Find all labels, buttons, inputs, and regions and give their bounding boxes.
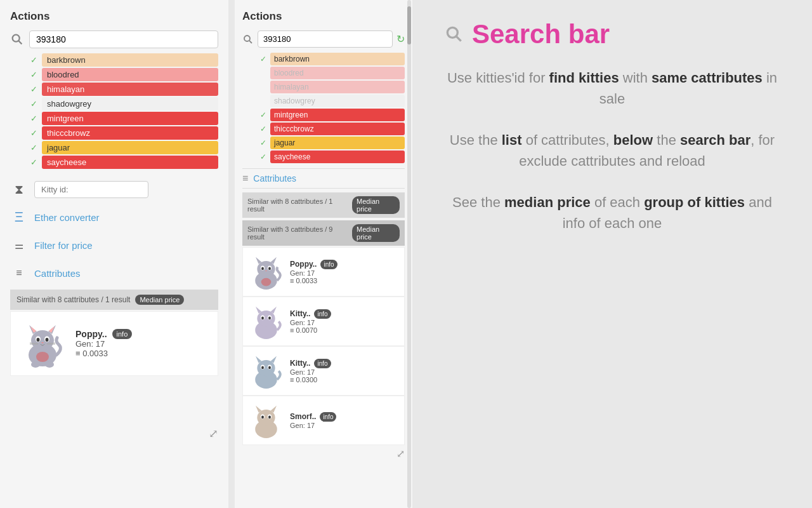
color-tag-mintgreen[interactable]: mintgreen (42, 112, 218, 125)
list-item[interactable]: ✓ jaguar (30, 141, 218, 154)
color-tag-bloodred[interactable]: bloodred (270, 67, 405, 79)
color-tag-himalayan[interactable]: himalayan (42, 83, 218, 96)
desc1-bold2: same cattributes (652, 70, 763, 86)
svg-point-46 (261, 366, 264, 370)
svg-point-49 (257, 410, 275, 425)
svg-point-17 (31, 361, 40, 368)
color-tag-saycheese[interactable]: saycheese (270, 150, 405, 163)
color-tag-barkbrown[interactable]: barkbrown (270, 53, 405, 65)
kitty-name: Poppy.. (75, 329, 107, 339)
list-item[interactable]: ✓ barkbrown (260, 53, 405, 65)
filter-price-label: Filter for price (34, 240, 93, 251)
list-item[interactable]: ✓ shadowgrey (30, 97, 218, 110)
kitty-image-mid-2 (247, 302, 285, 340)
list-item[interactable]: ✓ shadowgrey (260, 95, 405, 107)
ether-converter-row[interactable]: Ξ Ether converter (10, 203, 218, 231)
kitty-image (17, 318, 68, 369)
list-icon: ≡ (10, 264, 28, 282)
search-input[interactable] (29, 30, 218, 48)
color-tag-jaguar[interactable]: jaguar (42, 141, 218, 154)
svg-point-10 (37, 338, 40, 342)
check-icon: ✓ (30, 157, 42, 167)
desc2-mid: of cattributes, (522, 132, 613, 148)
sliders-icon: ⚌ (10, 236, 28, 254)
list-item[interactable]: ✓ thicccbrowz (260, 123, 405, 135)
color-tag-shadowgrey[interactable]: shadowgrey (270, 95, 405, 107)
cat-svg-mid-4 (249, 401, 284, 439)
search-icon-right (444, 24, 464, 44)
svg-point-28 (261, 267, 264, 271)
color-tag-mintgreen[interactable]: mintgreen (270, 109, 405, 121)
color-tag-jaguar[interactable]: jaguar (270, 137, 405, 149)
cat-svg-mid-1 (249, 253, 284, 291)
results-section-2: Similar with 3 cattributes / 9 result Me… (242, 220, 405, 445)
kitty-info-mid-4: Smorf.. info Gen: 17 (290, 412, 400, 429)
expand-icon-mid[interactable]: ⤢ (396, 448, 405, 459)
svg-point-54 (261, 416, 264, 419)
hourglass-icon: ⧗ (10, 180, 28, 198)
list-item[interactable]: ✓ himalayan (260, 81, 405, 93)
kitty-price-mid-2: ≡ 0.0070 (290, 326, 400, 334)
check-icon: ✓ (30, 143, 42, 152)
desc-block-3: See the median price of each group of ki… (444, 192, 780, 234)
cattributes-row[interactable]: ≡ Cattributes (10, 259, 218, 287)
info-badge[interactable]: info (112, 329, 133, 339)
list-item[interactable]: ✓ mintgreen (30, 112, 218, 125)
kitty-gen-mid-1: Gen: 17 (290, 269, 400, 277)
info-badge-mid-4[interactable]: info (320, 412, 336, 422)
list-item[interactable]: ✓ thicccbrowz (30, 126, 218, 140)
color-tag-shadowgrey[interactable]: shadowgrey (42, 97, 218, 110)
color-tag-thicccbrowz[interactable]: thicccbrowz (270, 123, 405, 135)
list-item[interactable]: ✓ bloodred (260, 67, 405, 79)
svg-point-11 (46, 338, 49, 342)
kitty-name-mid-1: Poppy.. (290, 260, 317, 269)
kitty-card-mid-3: Kitty.. info Gen: 17 ≡ 0.0300 (242, 346, 405, 396)
refresh-icon[interactable]: ↻ (396, 33, 405, 45)
color-tag-thicccbrowz[interactable]: thicccbrowz (42, 126, 218, 140)
info-badge-mid-1[interactable]: info (320, 260, 337, 269)
svg-point-33 (257, 311, 275, 326)
middle-color-list: ✓ barkbrown ✓ bloodred ✓ himalayan ✓ sha… (260, 53, 405, 163)
check-icon: ✓ (260, 138, 270, 147)
desc3-pre: See the (452, 194, 504, 210)
desc2-mid2: the (653, 132, 680, 148)
info-badge-mid-3[interactable]: info (314, 359, 331, 368)
expand-icon[interactable]: ⤢ (209, 427, 218, 440)
left-search-row (10, 30, 218, 48)
info-badge-mid-2[interactable]: info (314, 309, 331, 319)
svg-point-29 (268, 267, 271, 271)
middle-panel: Actions ↻ ✓ barkbrown ✓ bloodred ✓ himal… (235, 0, 412, 508)
list-item[interactable]: ✓ himalayan (30, 83, 218, 96)
svg-point-56 (447, 27, 457, 37)
kitty-id-input[interactable] (34, 181, 148, 198)
filter-price-row[interactable]: ⚌ Filter for price (10, 231, 218, 259)
search-icon (10, 32, 24, 46)
list-item[interactable]: ✓ barkbrown (30, 53, 218, 67)
color-tag-bloodred[interactable]: bloodred (42, 68, 218, 81)
desc2-bold3: search bar (680, 132, 750, 148)
desc2-bold2: below (613, 132, 653, 148)
color-tag-himalayan[interactable]: himalayan (270, 81, 405, 93)
cattributes-row-mid[interactable]: ≡ Cattributes (242, 168, 405, 189)
kitty-price-mid-1: ≡ 0.0033 (290, 277, 400, 284)
kitty-name-mid-2: Kitty.. (290, 309, 310, 318)
list-item[interactable]: ✓ jaguar (260, 137, 405, 149)
svg-line-21 (249, 40, 252, 43)
list-item[interactable]: ✓ saycheese (30, 156, 218, 169)
list-item[interactable]: ✓ mintgreen (260, 109, 405, 121)
check-icon: ✓ (30, 55, 42, 65)
results-text-mid-1: Similar with 8 cattributes / 1 result (247, 197, 348, 213)
kitty-card: Poppy.. info Gen: 17 ≡ 0.0033 (10, 311, 218, 376)
check-icon: ✓ (260, 124, 270, 133)
check-icon: ✓ (260, 110, 270, 119)
list-item[interactable]: ✓ saycheese (260, 150, 405, 163)
middle-search-input[interactable] (258, 30, 393, 48)
kitty-card-mid-1: Poppy.. info Gen: 17 ≡ 0.0033 (242, 247, 405, 297)
color-tag-saycheese[interactable]: saycheese (42, 156, 218, 169)
kitty-info-mid-3: Kitty.. info Gen: 17 ≡ 0.0300 (290, 359, 400, 384)
check-icon: ✓ (30, 128, 42, 138)
cat-svg-mid-3 (249, 352, 284, 390)
check-icon: ✓ (260, 55, 270, 64)
color-tag-barkbrown[interactable]: barkbrown (42, 53, 218, 67)
list-item[interactable]: ✓ bloodred (30, 68, 218, 81)
